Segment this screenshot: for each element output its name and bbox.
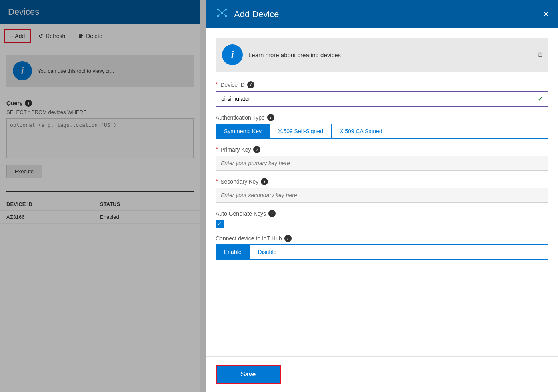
auth-type-group: Authentication Type i Symmetric Key X.50… [216,114,548,139]
svg-line-5 [218,10,222,13]
learn-more-text: Learn more about creating devices [248,52,341,58]
svg-line-7 [218,13,222,16]
secondary-key-info-icon[interactable]: i [261,178,268,185]
required-star: * [216,81,218,88]
auto-generate-label: Auto Generate Keys i [216,210,548,217]
primary-key-label: * Primary Key i [216,146,548,153]
primary-key-group: * Primary Key i [216,146,548,171]
learn-more-left: i Learn more about creating devices [222,44,341,65]
add-device-modal: Add Device × i Learn more about creating… [206,0,558,392]
auth-type-selector: Symmetric Key X.509 Self-Signed X.509 CA… [216,124,548,139]
modal-footer: Save [206,356,558,392]
auth-type-info-icon[interactable]: i [267,114,274,121]
save-button[interactable]: Save [216,365,281,384]
hub-icon [216,6,228,22]
learn-more-info-icon: i [222,44,243,65]
secondary-key-group: * Secondary Key i [216,178,548,203]
modal-body: i Learn more about creating devices ⧉ * … [206,28,558,356]
auto-generate-checkbox-row: ✓ [216,220,548,228]
device-id-group: * Device ID i ✓ [216,81,548,107]
modal-close-button[interactable]: × [544,10,548,19]
auth-x509-self-signed-button[interactable]: X.509 Self-Signed [270,124,332,138]
connect-device-group: Connect device to IoT Hub i Enable Disab… [216,235,548,260]
device-id-info-icon[interactable]: i [247,81,254,88]
primary-key-input[interactable] [216,156,548,171]
primary-key-info-icon[interactable]: i [253,146,260,153]
required-star-primary: * [216,146,218,153]
modal-header-left: Add Device [216,6,279,22]
modal-header: Add Device × [206,0,558,28]
device-id-input[interactable] [216,91,548,107]
auth-symmetric-key-button[interactable]: Symmetric Key [216,124,270,138]
auth-x509-ca-signed-button[interactable]: X.509 CA Signed [332,124,390,138]
connect-device-info-icon[interactable]: i [284,235,292,242]
connect-enable-button[interactable]: Enable [216,245,250,259]
input-valid-icon: ✓ [538,94,544,103]
svg-line-6 [222,10,226,13]
auto-generate-group: Auto Generate Keys i ✓ [216,210,548,228]
checkbox-check-icon: ✓ [217,220,222,227]
learn-more-banner: i Learn more about creating devices ⧉ [216,38,548,72]
required-star-secondary: * [216,178,218,185]
secondary-key-label: * Secondary Key i [216,178,548,185]
secondary-key-input[interactable] [216,188,548,203]
svg-line-8 [222,13,226,16]
auto-generate-info-icon[interactable]: i [268,210,276,217]
device-id-label: * Device ID i [216,81,548,88]
device-id-input-wrapper: ✓ [216,91,548,107]
connect-device-selector: Enable Disable [216,244,548,260]
connect-device-label: Connect device to IoT Hub i [216,235,548,242]
modal-title: Add Device [234,9,279,20]
external-link-icon[interactable]: ⧉ [538,51,542,58]
auth-type-label: Authentication Type i [216,114,548,121]
auto-generate-checkbox[interactable]: ✓ [216,220,224,228]
connect-disable-button[interactable]: Disable [250,245,285,259]
